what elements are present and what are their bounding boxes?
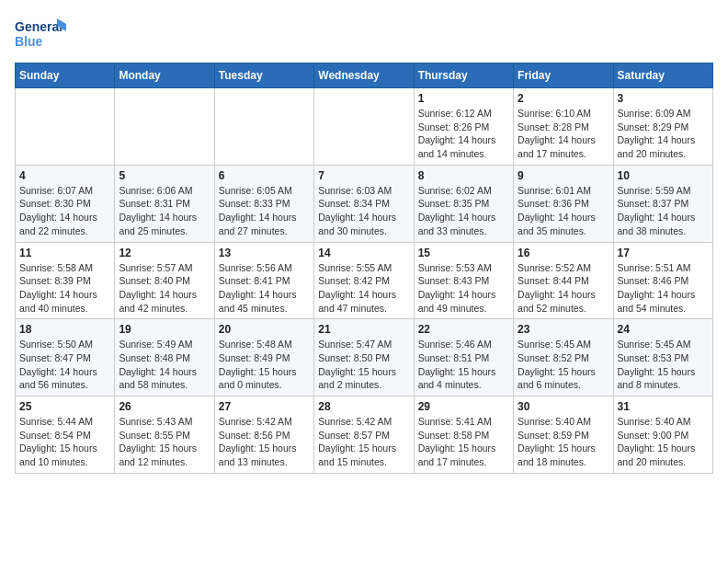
day-number: 3	[618, 92, 709, 105]
calendar-cell: 27Sunrise: 5:42 AM Sunset: 8:56 PM Dayli…	[214, 396, 313, 474]
day-info: Sunrise: 6:07 AM Sunset: 8:30 PM Dayligh…	[19, 184, 110, 238]
day-number: 30	[518, 400, 609, 413]
day-info: Sunrise: 5:48 AM Sunset: 8:49 PM Dayligh…	[219, 338, 310, 392]
day-number: 24	[618, 323, 709, 336]
day-info: Sunrise: 5:45 AM Sunset: 8:53 PM Dayligh…	[618, 338, 709, 392]
calendar-cell: 28Sunrise: 5:42 AM Sunset: 8:57 PM Dayli…	[314, 396, 414, 474]
day-number: 16	[518, 247, 609, 259]
day-number: 8	[418, 169, 509, 182]
calendar-cell: 23Sunrise: 5:45 AM Sunset: 8:52 PM Dayli…	[514, 319, 613, 396]
calendar-cell	[314, 88, 414, 166]
calendar-cell: 13Sunrise: 5:56 AM Sunset: 8:41 PM Dayli…	[214, 242, 313, 319]
day-number: 13	[219, 247, 310, 259]
calendar-cell: 10Sunrise: 5:59 AM Sunset: 8:37 PM Dayli…	[613, 165, 712, 242]
day-info: Sunrise: 5:58 AM Sunset: 8:39 PM Dayligh…	[19, 261, 110, 316]
day-info: Sunrise: 5:57 AM Sunset: 8:40 PM Dayligh…	[119, 261, 210, 316]
day-info: Sunrise: 5:47 AM Sunset: 8:50 PM Dayligh…	[318, 338, 409, 392]
day-number: 5	[119, 169, 210, 182]
calendar-week-row: 11Sunrise: 5:58 AM Sunset: 8:39 PM Dayli…	[16, 242, 713, 319]
calendar-cell: 24Sunrise: 5:45 AM Sunset: 8:53 PM Dayli…	[613, 319, 712, 396]
day-number: 22	[418, 323, 509, 336]
day-info: Sunrise: 5:42 AM Sunset: 8:57 PM Dayligh…	[318, 415, 409, 469]
calendar-cell: 4Sunrise: 6:07 AM Sunset: 8:30 PM Daylig…	[16, 165, 115, 242]
calendar-cell: 20Sunrise: 5:48 AM Sunset: 8:49 PM Dayli…	[214, 319, 313, 396]
day-info: Sunrise: 5:40 AM Sunset: 9:00 PM Dayligh…	[618, 415, 709, 469]
calendar-cell: 31Sunrise: 5:40 AM Sunset: 9:00 PM Dayli…	[613, 396, 712, 474]
weekday-header-saturday: Saturday	[613, 63, 712, 88]
calendar-cell: 2Sunrise: 6:10 AM Sunset: 8:28 PM Daylig…	[514, 88, 613, 166]
day-info: Sunrise: 5:49 AM Sunset: 8:48 PM Dayligh…	[119, 338, 210, 392]
calendar-cell: 11Sunrise: 5:58 AM Sunset: 8:39 PM Dayli…	[16, 242, 115, 319]
day-info: Sunrise: 6:05 AM Sunset: 8:33 PM Dayligh…	[219, 184, 310, 238]
day-info: Sunrise: 5:52 AM Sunset: 8:44 PM Dayligh…	[518, 261, 609, 316]
calendar-cell: 8Sunrise: 6:02 AM Sunset: 8:35 PM Daylig…	[414, 165, 513, 242]
day-number: 23	[518, 323, 609, 336]
day-info: Sunrise: 6:09 AM Sunset: 8:29 PM Dayligh…	[618, 107, 709, 161]
day-number: 14	[318, 247, 409, 259]
weekday-header-sunday: Sunday	[16, 63, 115, 88]
calendar-cell: 18Sunrise: 5:50 AM Sunset: 8:47 PM Dayli…	[16, 319, 115, 396]
calendar-cell: 6Sunrise: 6:05 AM Sunset: 8:33 PM Daylig…	[214, 165, 313, 242]
day-info: Sunrise: 5:46 AM Sunset: 8:51 PM Dayligh…	[418, 338, 509, 392]
weekday-header-row: SundayMondayTuesdayWednesdayThursdayFrid…	[16, 63, 713, 88]
weekday-header-monday: Monday	[115, 63, 214, 88]
calendar-cell: 19Sunrise: 5:49 AM Sunset: 8:48 PM Dayli…	[115, 319, 214, 396]
calendar-week-row: 4Sunrise: 6:07 AM Sunset: 8:30 PM Daylig…	[16, 165, 713, 242]
day-info: Sunrise: 5:40 AM Sunset: 8:59 PM Dayligh…	[518, 415, 609, 469]
weekday-header-wednesday: Wednesday	[314, 63, 414, 88]
day-number: 6	[219, 169, 310, 182]
calendar-cell: 5Sunrise: 6:06 AM Sunset: 8:31 PM Daylig…	[115, 165, 214, 242]
day-number: 31	[618, 400, 709, 413]
calendar-week-row: 25Sunrise: 5:44 AM Sunset: 8:54 PM Dayli…	[16, 396, 713, 474]
calendar-cell: 3Sunrise: 6:09 AM Sunset: 8:29 PM Daylig…	[613, 88, 712, 166]
calendar-cell	[16, 88, 115, 166]
calendar-cell: 14Sunrise: 5:55 AM Sunset: 8:42 PM Dayli…	[314, 242, 414, 319]
calendar-cell: 12Sunrise: 5:57 AM Sunset: 8:40 PM Dayli…	[115, 242, 214, 319]
day-number: 10	[618, 169, 709, 182]
day-number: 19	[119, 323, 210, 336]
calendar-cell: 15Sunrise: 5:53 AM Sunset: 8:43 PM Dayli…	[414, 242, 513, 319]
calendar-cell: 7Sunrise: 6:03 AM Sunset: 8:34 PM Daylig…	[314, 165, 414, 242]
calendar-cell: 16Sunrise: 5:52 AM Sunset: 8:44 PM Dayli…	[514, 242, 613, 319]
calendar-cell	[115, 88, 214, 166]
day-number: 26	[119, 400, 210, 413]
svg-text:General: General	[15, 19, 63, 34]
day-info: Sunrise: 6:03 AM Sunset: 8:34 PM Dayligh…	[318, 184, 409, 238]
day-number: 15	[418, 247, 509, 259]
day-info: Sunrise: 5:50 AM Sunset: 8:47 PM Dayligh…	[19, 338, 110, 392]
day-info: Sunrise: 5:51 AM Sunset: 8:46 PM Dayligh…	[618, 261, 709, 316]
day-info: Sunrise: 5:44 AM Sunset: 8:54 PM Dayligh…	[19, 415, 110, 469]
calendar-cell: 9Sunrise: 6:01 AM Sunset: 8:36 PM Daylig…	[514, 165, 613, 242]
day-info: Sunrise: 6:10 AM Sunset: 8:28 PM Dayligh…	[518, 107, 609, 161]
day-number: 20	[219, 323, 310, 336]
svg-text:Blue: Blue	[15, 34, 43, 49]
day-info: Sunrise: 5:41 AM Sunset: 8:58 PM Dayligh…	[418, 415, 509, 469]
day-info: Sunrise: 5:42 AM Sunset: 8:56 PM Dayligh…	[219, 415, 310, 469]
day-number: 7	[318, 169, 409, 182]
day-number: 29	[418, 400, 509, 413]
page-header: General Blue	[15, 15, 713, 55]
calendar-cell	[214, 88, 313, 166]
day-number: 25	[19, 400, 110, 413]
weekday-header-friday: Friday	[514, 63, 613, 88]
day-info: Sunrise: 6:06 AM Sunset: 8:31 PM Dayligh…	[119, 184, 210, 238]
calendar-cell: 21Sunrise: 5:47 AM Sunset: 8:50 PM Dayli…	[314, 319, 414, 396]
day-number: 27	[219, 400, 310, 413]
day-info: Sunrise: 6:12 AM Sunset: 8:26 PM Dayligh…	[418, 107, 509, 161]
calendar-cell: 26Sunrise: 5:43 AM Sunset: 8:55 PM Dayli…	[115, 396, 214, 474]
logo: General Blue	[15, 15, 70, 55]
logo-svg: General Blue	[15, 15, 70, 55]
day-number: 18	[19, 323, 110, 336]
calendar-table: SundayMondayTuesdayWednesdayThursdayFrid…	[15, 63, 713, 474]
day-number: 17	[618, 247, 709, 259]
day-number: 11	[19, 247, 110, 259]
day-info: Sunrise: 5:56 AM Sunset: 8:41 PM Dayligh…	[219, 261, 310, 316]
calendar-cell: 29Sunrise: 5:41 AM Sunset: 8:58 PM Dayli…	[414, 396, 513, 474]
day-number: 12	[119, 247, 210, 259]
day-number: 2	[518, 92, 609, 105]
day-number: 1	[418, 92, 509, 105]
day-info: Sunrise: 5:53 AM Sunset: 8:43 PM Dayligh…	[418, 261, 509, 316]
day-number: 21	[318, 323, 409, 336]
calendar-week-row: 18Sunrise: 5:50 AM Sunset: 8:47 PM Dayli…	[16, 319, 713, 396]
day-info: Sunrise: 5:55 AM Sunset: 8:42 PM Dayligh…	[318, 261, 409, 316]
